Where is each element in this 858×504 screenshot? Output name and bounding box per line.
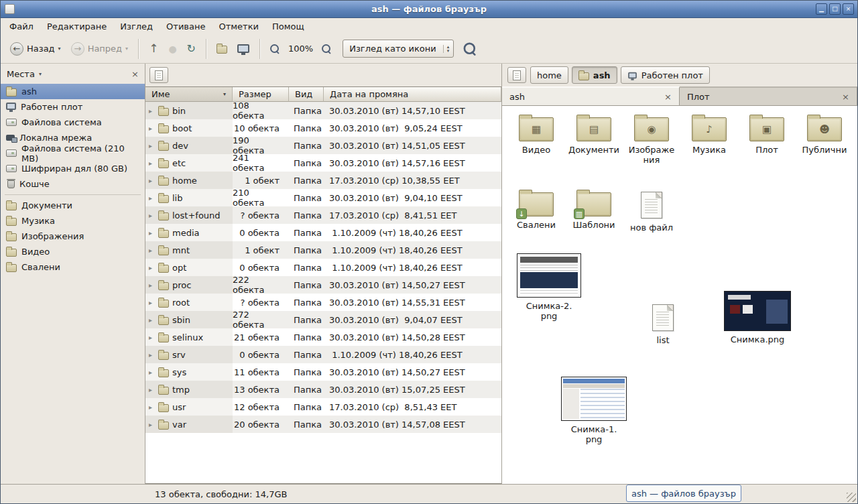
thumbnail-list[interactable]: list <box>640 299 686 346</box>
sidebar-item-pictures[interactable]: Изображения <box>1 229 145 244</box>
pathbar-root-button[interactable] <box>507 67 526 83</box>
expander-icon[interactable]: ▸ <box>149 369 155 376</box>
expander-icon[interactable]: ▸ <box>149 421 155 428</box>
tab-plot[interactable]: Плот× <box>680 86 857 105</box>
sidebar-item-desktop[interactable]: Работен плот <box>1 99 145 115</box>
icon-desktop[interactable]: ▣Плот <box>738 111 796 166</box>
expander-icon[interactable]: ▸ <box>149 160 155 167</box>
close-button[interactable]: × <box>843 3 854 15</box>
minimize-button[interactable]: ▁ <box>816 3 827 15</box>
column-header-0[interactable]: Име▾ <box>145 87 233 102</box>
expander-icon[interactable]: ▸ <box>149 264 155 271</box>
file-row[interactable]: ▸sys11 обектаПапка30.03.2010 (вт) 14,50,… <box>145 363 501 381</box>
file-row[interactable]: ▸lib210 обектаПапка30.03.2010 (вт) 9,04,… <box>145 189 501 206</box>
sidebar-dropdown-icon[interactable]: ▾ <box>39 71 42 77</box>
file-row[interactable]: ▸srv0 обектаПапка 1.10.2009 (чт) 18,40,2… <box>145 346 501 363</box>
back-button[interactable]: ← Назад ▾ <box>6 40 65 58</box>
file-row[interactable]: ▸opt0 обектаПапка 1.10.2009 (чт) 18,40,2… <box>145 259 501 276</box>
expander-icon[interactable]: ▸ <box>149 212 155 219</box>
icon-canvas[interactable]: ▦Видео▤Документи◉Изображения♪Музика▣Плот… <box>502 105 857 484</box>
sidebar-close-icon[interactable]: × <box>131 70 139 78</box>
column-header-1[interactable]: Размер <box>233 87 289 102</box>
icon-music[interactable]: ♪Музика <box>680 111 738 166</box>
expander-icon[interactable]: ▸ <box>149 247 155 254</box>
file-row[interactable]: ▸var20 обектаПапка30.03.2010 (вт) 14,57,… <box>145 416 501 433</box>
sidebar-item-documents[interactable]: Документи <box>1 198 145 213</box>
icon-public[interactable]: ☻Публични <box>796 111 853 166</box>
close-tab-icon[interactable]: × <box>842 92 849 101</box>
menu-file[interactable]: Файл <box>3 20 40 33</box>
icon-documents[interactable]: ▤Документи <box>565 111 623 166</box>
column-header-3[interactable]: Дата на промяна <box>324 87 501 102</box>
file-row[interactable]: ▸usr12 обектаПапка17.03.2010 (ср) 8,51,4… <box>145 398 501 416</box>
file-row[interactable]: ▸mnt1 обектПапка 1.10.2009 (чт) 18,40,26… <box>145 241 501 259</box>
pathbar-button-desktop[interactable]: Работен плот <box>621 66 710 84</box>
up-button[interactable]: ↑ <box>145 40 162 57</box>
sidebar-item-filesystem[interactable]: Файлова система <box>1 115 145 130</box>
column-header-2[interactable]: Вид <box>289 87 324 102</box>
thumbnail-snimka[interactable]: Снимка.png <box>721 291 794 345</box>
back-dropdown-icon[interactable]: ▾ <box>58 46 61 52</box>
icon-videos[interactable]: ▦Видео <box>507 111 565 166</box>
icon-templates[interactable]: ▥Шаблони <box>565 186 623 233</box>
file-row[interactable]: ▸proc222 обектаПапка30.03.2010 (вт) 14,5… <box>145 276 501 294</box>
thumbnail-snimka-2[interactable]: Снимка-2.png <box>514 253 584 322</box>
file-row[interactable]: ▸home1 обектПапка17.03.2010 (ср) 10,38,5… <box>145 172 501 189</box>
file-row[interactable]: ▸tmp13 обектаПапка30.03.2010 (вт) 15,07,… <box>145 381 501 398</box>
expander-icon[interactable]: ▸ <box>149 334 155 341</box>
expander-icon[interactable]: ▸ <box>149 125 155 132</box>
taskbar-window-button[interactable]: ash — файлов браузър <box>626 485 741 502</box>
reload-button[interactable]: ↻ <box>183 41 200 57</box>
tab-ash[interactable]: ash× <box>502 86 680 105</box>
resize-grip[interactable] <box>847 493 856 502</box>
icon-new-file[interactable]: нов файл <box>623 186 680 233</box>
expander-icon[interactable]: ▸ <box>149 316 155 324</box>
maximize-button[interactable]: □ <box>829 3 841 15</box>
file-row[interactable]: ▸bin108 обектаПапка30.03.2010 (вт) 14,57… <box>145 102 501 119</box>
home-button[interactable] <box>212 41 231 56</box>
sidebar-item-ash[interactable]: ash <box>1 84 145 99</box>
expander-icon[interactable]: ▸ <box>149 403 155 411</box>
menu-view[interactable]: Изглед <box>114 20 159 33</box>
pathbar-button-home[interactable]: home <box>530 66 568 84</box>
expander-icon[interactable]: ▸ <box>149 194 155 202</box>
file-row[interactable]: ▸lost+found? обектаПапка17.03.2010 (ср) … <box>145 206 501 224</box>
sidebar-item-videos[interactable]: Видео <box>1 244 145 259</box>
zoom-out-button[interactable] <box>266 42 284 56</box>
location-toggle-button[interactable] <box>149 67 168 83</box>
expander-icon[interactable]: ▸ <box>149 107 155 115</box>
file-row[interactable]: ▸sbin272 обектаПапка30.03.2010 (вт) 9,04… <box>145 311 501 328</box>
sidebar-item-music[interactable]: Музика <box>1 213 145 229</box>
zoom-in-button[interactable] <box>318 42 335 56</box>
computer-button[interactable] <box>233 42 253 56</box>
menu-edit[interactable]: Редактиране <box>41 20 113 33</box>
forward-button[interactable]: → Напред ▾ <box>67 40 133 58</box>
view-mode-select[interactable]: Изглед като икони ▴▾ <box>343 40 454 58</box>
file-row[interactable]: ▸root? обектаПапка30.03.2010 (вт) 14,55,… <box>145 294 501 311</box>
menu-help[interactable]: Помощ <box>266 20 310 33</box>
file-row[interactable]: ▸dev190 обектаПапка30.03.2010 (вт) 14,51… <box>145 137 501 154</box>
sidebar-item-downloads[interactable]: Свалени <box>1 259 145 275</box>
sidebar-item-encrypted-80gb[interactable]: Шифриран дял (80 GB) <box>1 161 145 176</box>
thumbnail-snimka-1[interactable]: Снимка-1.png <box>557 377 631 445</box>
expander-icon[interactable]: ▸ <box>149 142 155 149</box>
menu-go[interactable]: Отиване <box>160 20 211 33</box>
sidebar-title[interactable]: Места <box>7 69 35 79</box>
search-button[interactable] <box>456 42 479 56</box>
titlebar[interactable]: ash — файлов браузър ▁ □ × <box>1 1 857 18</box>
expander-icon[interactable]: ▸ <box>149 299 155 306</box>
sidebar-item-trash[interactable]: Кошче <box>1 176 145 192</box>
sidebar-item-filesystem-210mb[interactable]: Файлова система (210 MB) <box>1 145 145 161</box>
icon-downloads[interactable]: ↓Свалени <box>507 186 565 233</box>
pathbar-button-ash[interactable]: ash <box>572 66 617 84</box>
stop-button[interactable]: ● <box>164 42 180 56</box>
expander-icon[interactable]: ▸ <box>149 386 155 393</box>
icon-pictures[interactable]: ◉Изображения <box>623 111 680 166</box>
expander-icon[interactable]: ▸ <box>149 177 155 184</box>
expander-icon[interactable]: ▸ <box>149 351 155 359</box>
close-tab-icon[interactable]: × <box>664 92 672 101</box>
expander-icon[interactable]: ▸ <box>149 229 155 237</box>
expander-icon[interactable]: ▸ <box>149 281 155 289</box>
file-row[interactable]: ▸media0 обектаПапка 1.10.2009 (чт) 18,40… <box>145 224 501 241</box>
file-row[interactable]: ▸boot10 обектаПапка30.03.2010 (вт) 9,05,… <box>145 119 501 137</box>
